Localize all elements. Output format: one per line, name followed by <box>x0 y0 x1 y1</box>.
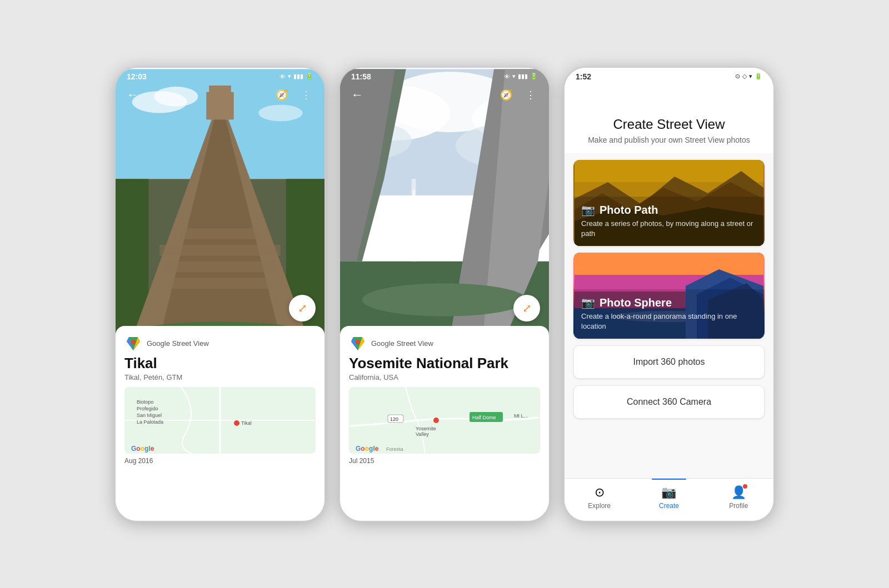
svg-rect-44 <box>413 190 415 256</box>
photo-path-label: 📷 Photo Path Create a series of photos, … <box>573 197 765 245</box>
create-title: Create Street View <box>576 117 762 132</box>
svg-text:La Palotada: La Palotada <box>137 419 163 425</box>
maps-logo-1 <box>124 335 142 353</box>
svg-point-20 <box>131 340 136 344</box>
maps-logo-2 <box>349 335 367 353</box>
svg-rect-12 <box>182 228 259 239</box>
location-sub-1: Tikal, Petén, GTM <box>124 373 316 381</box>
svg-text:Tikal: Tikal <box>241 420 252 426</box>
share-button-2[interactable]: ⤢ <box>513 295 540 321</box>
svg-text:San Miguel: San Miguel <box>137 413 162 418</box>
tab-bar: ⊙ Explore 📷 Create 👤 Profile <box>565 478 773 521</box>
photo-sphere-label-row: 📷 Photo Sphere <box>581 296 757 309</box>
photo-path-label-row: 📷 Photo Path <box>581 203 757 217</box>
location-name-1: Tikal <box>124 355 316 372</box>
status-bar-3: 1:52 ⊙ ◇ ▾ 🔋 <box>565 68 773 83</box>
create-subtitle: Make and publish your own Street View ph… <box>576 135 762 144</box>
create-header: Create Street View Make and publish your… <box>565 83 773 153</box>
status-icons-3: ⊙ ◇ ▾ 🔋 <box>735 73 762 80</box>
svg-text:Profegido: Profegido <box>137 406 158 411</box>
svg-text:Biotopo: Biotopo <box>137 399 154 405</box>
back-button-1[interactable]: ← <box>124 86 141 104</box>
phone-create: 1:52 ⊙ ◇ ▾ 🔋 Create Street View Make and… <box>563 67 775 522</box>
svg-text:Google: Google <box>356 445 379 453</box>
photo-sphere-title: Photo Sphere <box>600 296 672 309</box>
svg-point-49 <box>356 340 360 344</box>
explore-icon: ⊙ <box>595 485 605 500</box>
compass-icon-1[interactable]: 🧭 <box>271 87 292 103</box>
connect-360-button[interactable]: Connect 360 Camera <box>573 385 765 419</box>
tab-create-label: Create <box>659 502 679 510</box>
map-preview-yosemite: 120 Yosemite Valley Half Dome Mt L... Go… <box>349 387 540 454</box>
location-icon-3: ⊙ <box>735 73 740 80</box>
profile-badge <box>743 484 747 489</box>
info-card-header-2: Google Street View <box>349 335 540 353</box>
tab-profile-label: Profile <box>729 502 748 510</box>
info-date-1: Aug 2016 <box>124 457 316 465</box>
map-preview-tikal: Biotopo Profegido San Miguel La Palotada… <box>124 387 316 454</box>
svg-rect-9 <box>171 278 269 289</box>
import-360-label: Import 360 photos <box>633 357 705 366</box>
location-name-2: Yosemite National Park <box>349 355 540 372</box>
tab-explore[interactable]: ⊙ Explore <box>565 483 634 512</box>
location-sub-2: California, USA <box>349 373 540 381</box>
info-card-yosemite: Google Street View Yosemite National Par… <box>340 326 549 521</box>
more-options-icon-2[interactable]: ⋮ <box>521 87 540 103</box>
info-card-tikal: Google Street View Tikal Tikal, Petén, G… <box>116 326 324 521</box>
svg-text:Yosemite: Yosemite <box>416 426 436 431</box>
more-options-icon-1[interactable]: ⋮ <box>297 87 316 103</box>
phone-yosemite: 11:58 👁 ▾ ▮▮▮ 🔋 ← 🧭 ⋮ <box>339 67 550 522</box>
svg-text:Valley: Valley <box>416 431 429 437</box>
svg-text:Google: Google <box>131 445 154 453</box>
import-360-button[interactable]: Import 360 photos <box>573 345 765 379</box>
battery-icon-3: 🔋 <box>755 73 762 80</box>
photo-path-desc: Create a series of photos, by moving alo… <box>581 219 757 239</box>
svg-rect-11 <box>159 245 281 256</box>
create-icon: 📷 <box>661 485 676 500</box>
svg-text:Mt L...: Mt L... <box>514 413 528 419</box>
photo-sphere-desc: Create a look-a-round panorama standing … <box>581 311 757 331</box>
connect-360-label: Connect 360 Camera <box>627 397 711 406</box>
svg-text:Foresta: Foresta <box>386 446 403 452</box>
share-button-1[interactable]: ⤢ <box>289 295 316 321</box>
photo-sphere-card[interactable]: 📷 Photo Sphere Create a look-a-round pan… <box>573 253 765 339</box>
app-name-1: Google Street View <box>147 339 209 348</box>
nav-bar-1: ← 🧭 ⋮ <box>116 68 324 109</box>
photo-sphere-icon: 📷 <box>581 296 595 309</box>
compass-icon-2[interactable]: 🧭 <box>496 87 517 103</box>
photo-sphere-label: 📷 Photo Sphere Create a look-a-round pan… <box>573 289 765 338</box>
photo-path-icon: 📷 <box>581 203 595 217</box>
wifi-icon-3: ▾ <box>749 73 752 80</box>
photo-path-card[interactable]: 📷 Photo Path Create a series of photos, … <box>573 160 765 246</box>
info-card-header-1: Google Street View <box>124 335 316 353</box>
nav-bar-2: ← 🧭 ⋮ <box>340 68 549 109</box>
svg-text:120: 120 <box>390 416 398 422</box>
tab-profile[interactable]: 👤 Profile <box>704 483 773 512</box>
phone-tikal: 12:03 👁 ▾ ▮▮▮ 🔋 ← 🧭 ⋮ <box>114 67 326 522</box>
back-button-2[interactable]: ← <box>349 86 366 104</box>
app-name-2: Google Street View <box>371 339 433 348</box>
svg-point-42 <box>362 283 527 316</box>
tab-explore-label: Explore <box>588 502 611 510</box>
tab-create[interactable]: 📷 Create <box>634 483 703 512</box>
status-time-3: 1:52 <box>576 72 591 81</box>
eye-icon-3: ◇ <box>742 73 747 80</box>
svg-rect-10 <box>165 261 275 272</box>
svg-point-53 <box>433 418 439 423</box>
tab-active-indicator <box>652 479 687 480</box>
create-body: 📷 Photo Path Create a series of photos, … <box>565 153 773 478</box>
info-date-2: Jul 2015 <box>349 457 540 465</box>
svg-text:Half Dome: Half Dome <box>472 415 496 420</box>
photo-path-title: Photo Path <box>600 204 658 217</box>
svg-point-28 <box>234 420 239 426</box>
